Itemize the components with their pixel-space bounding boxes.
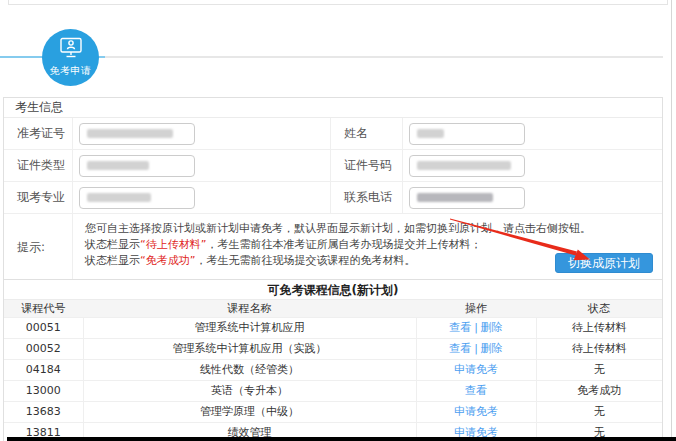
redacted-value [87,129,173,138]
table-row: 00052 管理系统中计算机应用（实践） 查看|删除 待上传材料 [4,338,662,359]
stepper-line-inactive [105,56,663,58]
delete-link[interactable]: 删除 [481,321,503,334]
name-label: 姓名 [331,118,403,150]
status-text: 免考成功 [536,380,662,401]
name-input[interactable] [409,123,525,145]
table-row: 04184 线性代数（经管类） 申请免考 无 [4,359,662,380]
id-no-label: 证件号码 [331,150,403,182]
apply-exemption-link[interactable]: 申请免考 [454,363,498,376]
exam-no-input[interactable] [79,123,195,145]
course-code: 00052 [4,338,83,359]
candidate-info-panel: 考生信息 准考证号 姓名 证件类型 证件号码 现考专业 联系电话 [3,97,663,281]
major-input[interactable] [79,187,195,209]
hint-line-2: 状态栏显示“待上传材料”，考生需前往本准考证所属自考办现场提交并上传材料； [85,237,652,253]
right-edge-divider [671,0,672,441]
redacted-value [417,193,493,202]
redacted-value [87,161,149,170]
view-link[interactable]: 查看 [449,321,471,334]
hint-line-1: 您可自主选择按原计划或新计划申请免考，默认界面显示新计划，如需切换到原计划，请点… [85,221,652,237]
step-exemption-application: 免考申请 [42,29,99,86]
table-row: 00051 管理系统中计算机应用 查看|删除 待上传材料 [4,317,662,338]
course-name: 英语（专升本） [83,380,416,401]
status-text: 待上传材料 [536,338,662,359]
stepper: 免考申请 [0,29,663,87]
apply-exemption-link[interactable]: 申请免考 [454,405,498,418]
top-cropped-element [8,0,668,5]
hint-label: 提示: [4,214,73,280]
bottom-screenshot-edge [7,437,676,441]
status-text: 无 [536,359,662,380]
table-row: 13683 管理学原理（中级） 申请免考 无 [4,401,662,422]
view-link[interactable]: 查看 [449,342,471,355]
monitor-user-icon [58,37,84,62]
status-text: 待上传材料 [536,317,662,338]
col-course-code: 课程代号 [4,300,83,317]
course-table-header: 课程代号 课程名称 操作 状态 [4,300,662,317]
id-no-input[interactable] [409,155,525,177]
id-type-label: 证件类型 [4,150,73,182]
candidate-info-form: 准考证号 姓名 证件类型 证件号码 现考专业 联系电话 [4,118,662,214]
course-code: 13000 [4,380,83,401]
course-name: 管理系统中计算机应用 [83,317,416,338]
hint-text: 您可自主选择按原计划或新计划申请免考，默认界面显示新计划，如需切换到原计划，请点… [73,214,662,280]
redacted-value [417,161,511,170]
candidate-info-title: 考生信息 [4,98,662,118]
col-status: 状态 [536,300,662,317]
phone-label: 联系电话 [331,182,403,214]
exemptable-courses-panel: 可免考课程信息(新计划) 课程代号 课程名称 操作 状态 00051 管理系统中… [3,279,663,441]
course-table-title: 可免考课程信息(新计划) [4,280,662,300]
phone-input[interactable] [409,187,525,209]
exemption-application-page: 免考申请 考生信息 准考证号 姓名 证件类型 证件号码 现考专业 [0,0,676,441]
switch-to-original-plan-button[interactable]: 切换成原计划 [555,253,653,273]
status-text: 无 [536,401,662,422]
delete-link[interactable]: 删除 [481,342,503,355]
course-code: 04184 [4,359,83,380]
course-name: 线性代数（经管类） [83,359,416,380]
hint-row: 提示: 您可自主选择按原计划或新计划申请免考，默认界面显示新计划，如需切换到原计… [4,214,662,280]
id-type-input[interactable] [79,155,195,177]
course-code: 00051 [4,317,83,338]
status-pending-upload-text: “待上传材料” [140,238,206,251]
course-table: 课程代号 课程名称 操作 状态 00051 管理系统中计算机应用 查看|删除 待… [4,300,662,441]
status-success-text: “免考成功” [140,254,195,267]
view-link[interactable]: 查看 [465,384,487,397]
col-course-name: 课程名称 [83,300,416,317]
redacted-value [87,193,151,202]
step-label: 免考申请 [50,64,92,78]
course-code: 13683 [4,401,83,422]
course-name: 管理系统中计算机应用（实践） [83,338,416,359]
exam-no-label: 准考证号 [4,118,73,150]
major-label: 现考专业 [4,182,73,214]
col-actions: 操作 [416,300,536,317]
course-name: 管理学原理（中级） [83,401,416,422]
table-row: 13000 英语（专升本） 查看 免考成功 [4,380,662,401]
redacted-value [417,129,444,138]
